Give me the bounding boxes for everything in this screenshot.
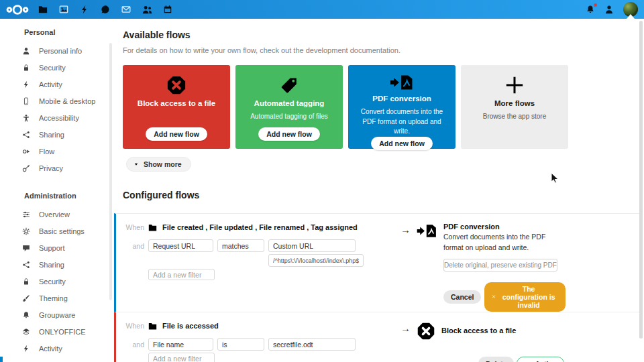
flow-events[interactable]: File is accessed	[162, 322, 219, 330]
and-label: and	[121, 341, 144, 349]
card-automated-tagging: Automated tagging Automated tagging of f…	[235, 65, 343, 149]
mobile-icon	[22, 97, 30, 105]
groupware-icon	[22, 311, 30, 319]
app-menu	[36, 3, 174, 16]
card-more-flows[interactable]: More flows Browse the app store	[461, 65, 568, 149]
sidebar-item-mobile-desktop[interactable]: Mobile & desktop	[0, 93, 114, 109]
delete-button[interactable]: Delete	[478, 357, 515, 362]
check-field-input[interactable]	[148, 338, 213, 351]
settings-menu-caret	[627, 14, 635, 19]
nextcloud-logo[interactable]	[6, 3, 29, 16]
lock-icon	[22, 278, 30, 286]
contacts-menu-icon[interactable]	[604, 5, 614, 14]
pdf-option-input[interactable]	[443, 259, 557, 272]
x-icon	[492, 294, 496, 300]
configured-flow-block-access: When File is accessed and → Block acces	[114, 312, 640, 362]
add-new-flow-button[interactable]: Add new flow	[258, 127, 320, 141]
arrow-right-icon: →	[400, 225, 411, 312]
share-icon	[22, 261, 30, 269]
sidebar-item-onlyoffice[interactable]: ONLYOFFICE	[0, 323, 114, 340]
add-filter-input[interactable]	[148, 353, 215, 362]
top-header-bar	[0, 0, 644, 19]
sidebar-item-accessibility[interactable]: Accessibility	[0, 109, 114, 126]
plus-icon	[504, 74, 525, 96]
accessibility-icon	[22, 114, 30, 122]
sidebar-item-personal-info[interactable]: Personal info	[0, 42, 114, 59]
files-icon[interactable]	[36, 3, 50, 16]
check-field-input[interactable]	[148, 239, 213, 252]
add-new-flow-button[interactable]: Add new flow	[371, 137, 433, 150]
active-toggle-button[interactable]: Active	[517, 357, 564, 362]
sidebar-section-administration: Administration	[0, 176, 114, 206]
activity-icon[interactable]	[78, 3, 91, 16]
available-flows-section: Available flows For details on how to wr…	[114, 19, 644, 200]
operation-name: PDF conversion	[443, 223, 566, 231]
and-label: and	[121, 242, 144, 250]
available-flow-cards: Block access to a file Add new flow Auto…	[123, 65, 644, 149]
add-filter-input[interactable]	[148, 269, 215, 280]
block-access-icon	[166, 74, 186, 96]
sidebar-item-flow-admin[interactable]: Flow	[0, 357, 114, 362]
card-description: Convert documents into the PDF format on…	[355, 107, 449, 137]
sidebar-item-basic-settings[interactable]: Basic settings	[0, 223, 114, 239]
settings-sidebar: Personal Personal info Security Activity…	[0, 19, 114, 362]
operation-description: Convert documents into the PDF format on…	[443, 232, 566, 253]
sidebar-item-security-admin[interactable]: Security	[0, 273, 114, 290]
check-operator-input[interactable]	[217, 239, 264, 252]
when-label: When	[121, 223, 144, 231]
add-new-flow-button[interactable]: Add new flow	[146, 127, 207, 141]
calendar-icon[interactable]	[161, 3, 174, 16]
card-description: Automated tagging of files	[250, 112, 328, 122]
check-operator-input[interactable]	[217, 338, 264, 351]
sidebar-item-overview[interactable]: Overview	[0, 206, 114, 223]
caret-down-icon	[133, 162, 139, 167]
lock-icon	[22, 64, 30, 72]
configuration-invalid-button[interactable]: The configuration is invalid	[484, 282, 566, 312]
card-title: Automated tagging	[254, 99, 325, 107]
sidebar-section-personal: Personal	[0, 19, 114, 42]
sidebar-item-security-personal[interactable]: Security	[0, 59, 114, 76]
unread-dot	[594, 3, 597, 7]
sidebar-item-activity-personal[interactable]: Activity	[0, 76, 114, 93]
cancel-button[interactable]: Cancel	[443, 290, 481, 304]
pdf-conversion-icon	[390, 74, 414, 91]
sidebar-item-sharing-personal[interactable]: Sharing	[0, 126, 114, 143]
contacts-icon[interactable]	[140, 3, 154, 16]
sidebar-item-activity-admin[interactable]: Activity	[0, 340, 114, 357]
check-value-input[interactable]	[268, 338, 356, 351]
sidebar-item-sharing-admin[interactable]: Sharing	[0, 256, 114, 273]
mail-icon[interactable]	[119, 3, 133, 16]
sidebar-item-flow-personal[interactable]: Flow	[0, 143, 114, 160]
card-pdf-conversion: PDF conversion Convert documents into th…	[348, 65, 455, 149]
flow-icon	[22, 147, 30, 156]
talk-icon[interactable]	[99, 3, 112, 16]
overview-icon	[22, 210, 30, 219]
operation-name: Block access to a file	[441, 326, 564, 335]
folder-icon	[148, 223, 157, 232]
key-icon	[22, 164, 30, 172]
arrow-right-icon: →	[400, 323, 411, 341]
main-scrollbar[interactable]	[639, 21, 643, 339]
comment-icon	[22, 244, 30, 252]
sidebar-item-groupware[interactable]: Groupware	[0, 306, 114, 323]
pdf-conversion-icon	[417, 223, 437, 312]
user-icon	[22, 47, 30, 55]
sidebar-scrollbar[interactable]	[109, 43, 112, 300]
activity-icon	[22, 80, 30, 88]
when-label: When	[121, 322, 144, 330]
sidebar-item-theming[interactable]: Theming	[0, 290, 114, 306]
tag-icon	[280, 74, 299, 96]
configured-flows-title: Configured flows	[123, 190, 644, 200]
activity-icon	[22, 345, 30, 353]
flow-events[interactable]: File created , File updated , File renam…	[162, 223, 358, 231]
notifications-icon[interactable]	[586, 5, 595, 14]
brush-icon	[22, 294, 30, 302]
card-block-access: Block access to a file Add new flow	[123, 65, 230, 149]
check-pattern-input[interactable]	[268, 254, 364, 267]
flow-settings-main: Available flows For details on how to wr…	[114, 19, 644, 362]
sidebar-item-support[interactable]: Support	[0, 239, 114, 256]
show-more-button[interactable]: Show more	[126, 157, 191, 172]
sidebar-item-privacy[interactable]: Privacy	[0, 160, 114, 176]
photos-icon[interactable]	[57, 3, 70, 16]
check-value-input[interactable]	[268, 239, 356, 252]
